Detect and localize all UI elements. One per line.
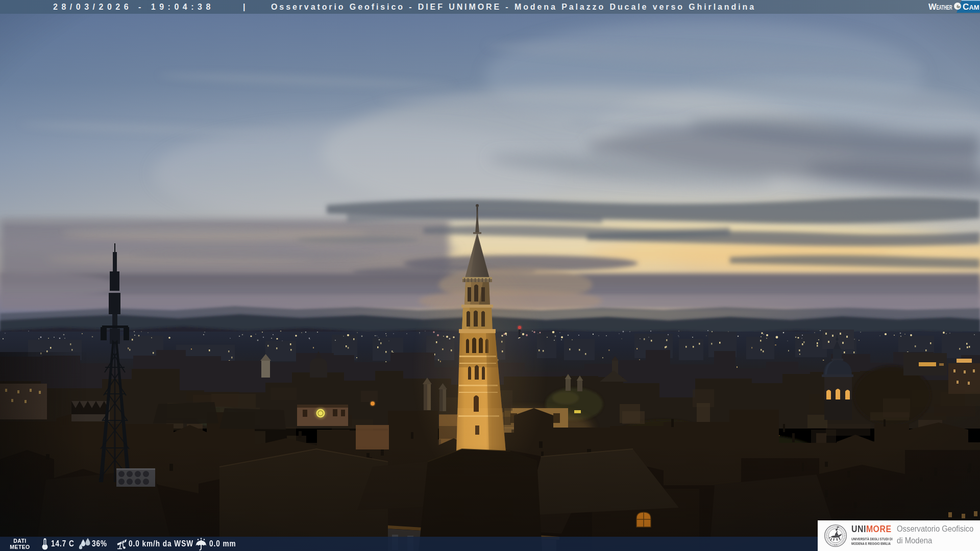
svg-text:EATHER: EATHER xyxy=(937,4,952,11)
svg-text:AM: AM xyxy=(969,4,979,11)
svg-text:W: W xyxy=(928,2,937,11)
svg-text:C: C xyxy=(963,2,969,12)
svg-text:1175: 1175 xyxy=(834,544,838,546)
